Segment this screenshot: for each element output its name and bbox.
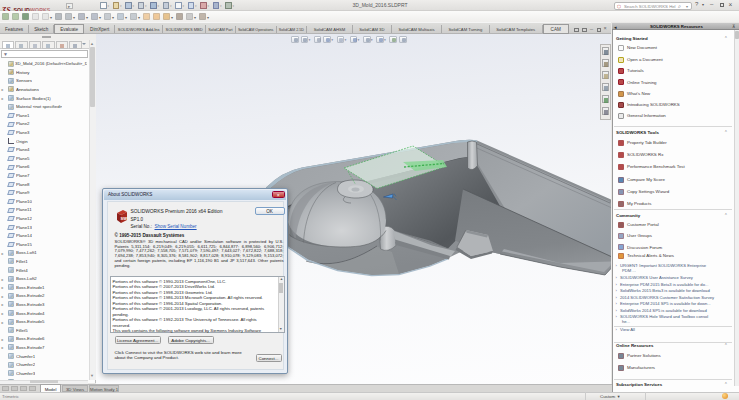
svg-text:SW: SW xyxy=(120,216,127,221)
